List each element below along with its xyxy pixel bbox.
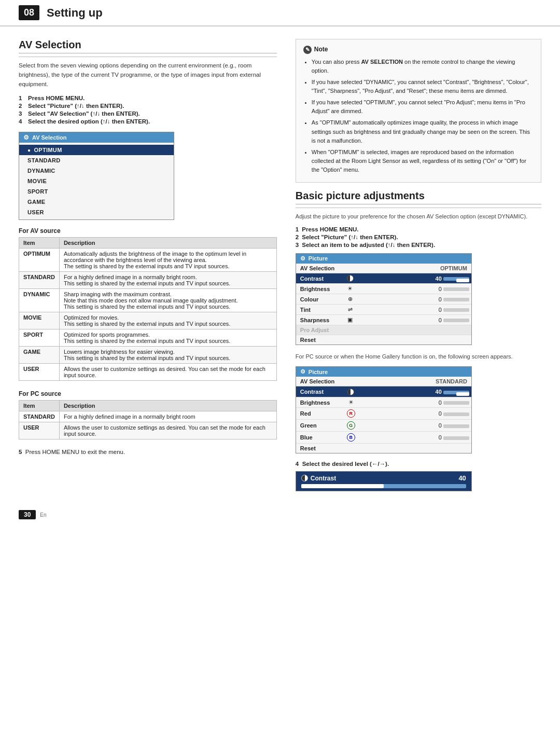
pm-tint-icon: ⇌ (343, 305, 358, 315)
basic-picture-steps: 1 Press HOME MENU. 2 Select "Picture" (↑… (296, 226, 541, 248)
pm2-red-icon: R (343, 408, 359, 420)
av-menu-item-sport[interactable]: SPORT (19, 186, 174, 197)
item-dynamic: DYNAMIC (19, 289, 60, 312)
step-5-press-home: 5 Press HOME MENU to exit the menu. (19, 449, 277, 455)
pm-brightness-row: Brightness ☀ 0 (296, 284, 471, 294)
picture-menu-rows-1: AV Selection OPTIMUM Contrast 40 Brightn… (296, 264, 471, 345)
half-circle-icon-2 (347, 389, 354, 395)
picture-menu-icon-1: ⚙ (300, 255, 305, 262)
step-1: 1 Press HOME MENU. (19, 95, 277, 101)
pm-reset-label: Reset (296, 335, 471, 345)
av-menu-item-standard[interactable]: STANDARD (19, 155, 174, 166)
item-game: GAME (19, 347, 60, 364)
pm2-contrast-label: Contrast (296, 387, 343, 397)
pm2-av-value: STANDARD (343, 377, 471, 387)
pm-brightness-value: 0 (358, 284, 471, 294)
pm2-brightness-value: 0 (359, 397, 471, 408)
pm-brightness-label: Brightness (296, 284, 343, 294)
item-sport: SPORT (19, 329, 60, 347)
pm-contrast-value: 40 (358, 273, 471, 284)
pm2-reset-row: Reset (296, 444, 471, 453)
page-title: Setting up (47, 6, 103, 20)
av-menu-item-user[interactable]: USER (19, 207, 174, 217)
item-optimum: OPTIMUM (19, 249, 60, 272)
av-selection-steps: 1 Press HOME MENU. 2 Select "Picture" (↑… (19, 95, 277, 125)
contrast-bar-track (301, 484, 466, 488)
av-menu-item-game[interactable]: GAME (19, 197, 174, 207)
sharpness-icon: ▣ (347, 316, 353, 323)
pm2-green-value: 0 (359, 420, 471, 432)
half-circle-icon (347, 275, 354, 282)
item-standard: STANDARD (19, 272, 60, 289)
note-header: ✎ Note (303, 45, 534, 54)
basic-picture-title: Basic picture adjustments (296, 190, 541, 204)
picture-menu-box-1: ⚙ Picture AV Selection OPTIMUM Contrast … (296, 253, 472, 346)
left-column: AV Selection Select from the seven viewi… (19, 39, 277, 494)
step4-num: 4 (296, 461, 299, 467)
page-header: 08 Setting up (0, 0, 560, 26)
g-icon: G (347, 421, 355, 430)
av-menu-item-dynamic[interactable]: DYNAMIC (19, 166, 174, 176)
pm-sharpness-label: Sharpness (296, 315, 343, 325)
desc-standard: For a highly defined image in a normally… (59, 272, 276, 289)
desc-movie: Optimized for movies.This setting is sha… (59, 312, 276, 329)
r-icon: R (347, 409, 355, 418)
table-row: USER Allows the user to customize settin… (19, 364, 277, 381)
desc-game: Lowers image brightness for easier viewi… (59, 347, 276, 364)
pm2-blue-value: 0 (359, 432, 471, 444)
pm2-contrast-row: Contrast 40 (296, 387, 471, 397)
pm2-green-row: Green G 0 (296, 420, 471, 432)
pm2-brightness-label: Brightness (296, 397, 343, 408)
contrast-bar-label-text: Contrast (311, 475, 336, 482)
pm2-contrast-value: 40 (359, 387, 471, 397)
step4-text: Select the desired level (←/→). (302, 461, 389, 467)
note-item-2: If you have selected "DYNAMIC", you cann… (312, 78, 534, 95)
pm-tint-label: Tint (296, 305, 343, 315)
step-2: 2 Select "Picture" (↑/↓ then ENTER). (19, 103, 277, 109)
av-menu-titlebar: ⚙ AV Selection (19, 132, 174, 143)
pm-brightness-icon: ☀ (343, 284, 358, 294)
contrast-bar-icon (301, 475, 308, 481)
pm-av-value: OPTIMUM (343, 264, 471, 273)
page-lang: En (40, 512, 46, 518)
page-number-badge: 30 (19, 510, 36, 519)
b-icon: B (347, 433, 355, 442)
pm-colour-row: Colour ⊕ 0 (296, 294, 471, 305)
chapter-badge: 08 (19, 5, 39, 20)
desc-sport: Optimized for sports programmes.This set… (59, 329, 276, 347)
pc-desc-user: Allows the user to customize settings as… (59, 422, 276, 439)
pm2-red-value: 0 (359, 408, 471, 420)
pm2-red-row: Red R 0 (296, 408, 471, 420)
av-source-table: Item Description OPTIMUM Automatically a… (19, 237, 277, 381)
pm-contrast-row: Contrast 40 (296, 273, 471, 284)
pm2-blue-label: Blue (296, 432, 343, 444)
pm-sharpness-icon: ▣ (343, 315, 358, 325)
pm-sharpness-value: 0 (358, 315, 471, 325)
note-icon: ✎ (303, 46, 312, 54)
picture-menu-titlebar-2: ⚙ Picture (296, 367, 471, 377)
pm2-red-label: Red (296, 408, 343, 420)
for-av-source-title: For AV source (19, 227, 277, 235)
pm-av-label: AV Selection (296, 264, 343, 273)
note-item-5: When "OPTIMUM" is selected, images are r… (312, 148, 534, 174)
pm2-blue-icon: B (343, 432, 359, 444)
note-list: You can also press AV SELECTION on the r… (303, 58, 534, 174)
pc-item-user: USER (19, 422, 60, 439)
pc-source-note: For PC source or when the Home Gallery f… (296, 352, 541, 361)
pm-contrast-label: Contrast (296, 273, 343, 284)
item-movie: MOVIE (19, 312, 60, 329)
note-title: Note (314, 45, 328, 54)
pm-av-selection-row: AV Selection OPTIMUM (296, 264, 471, 273)
pm-colour-label: Colour (296, 294, 343, 305)
pm-tint-value: 0 (358, 305, 471, 315)
pm2-blue-row: Blue B 0 (296, 432, 471, 444)
desc-dynamic: Sharp imaging with the maximum contrast.… (59, 289, 276, 312)
picture-menu-box-2: ⚙ Picture AV Selection STANDARD Contrast… (296, 366, 472, 453)
pc-desc-standard: For a highly defined image in a normally… (59, 411, 276, 422)
av-menu-item-movie[interactable]: MOVIE (19, 176, 174, 186)
av-menu-item-optimum[interactable]: ● OPTIMUM (19, 145, 174, 155)
pm2-av-selection-row: AV Selection STANDARD (296, 377, 471, 387)
pm2-brightness-icon: ☀ (343, 397, 359, 408)
color-icon: ⊕ (348, 296, 353, 302)
menu-icon: ⚙ (23, 134, 29, 141)
